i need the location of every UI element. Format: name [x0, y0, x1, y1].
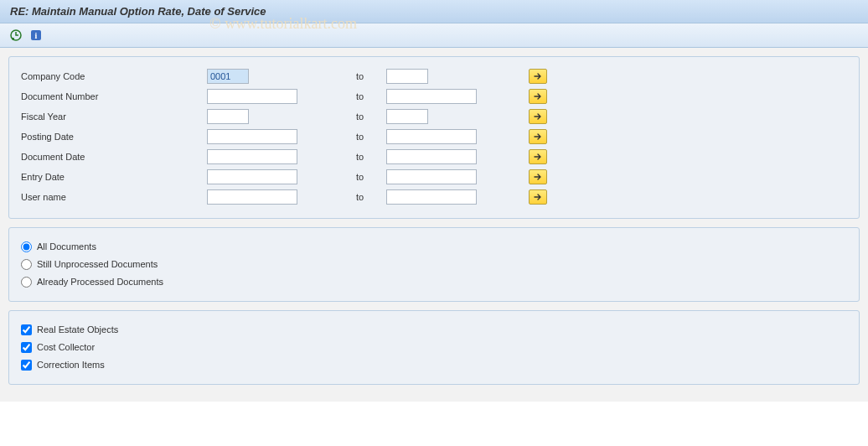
radio-row: Already Processed Documents [21, 273, 847, 290]
from-input[interactable] [207, 129, 297, 144]
checkbox-label[interactable]: Correction Items [37, 360, 105, 370]
multiple-selection-button[interactable] [529, 189, 547, 205]
radio-row: All Documents [21, 238, 847, 255]
execute-button[interactable] [7, 27, 25, 44]
toolbar: i © www.tutorialkart.com [0, 23, 868, 48]
to-label: to [356, 152, 386, 162]
selection-row: Fiscal Yearto [21, 107, 847, 126]
field-label: Document Number [21, 91, 207, 101]
object-type-checkbox[interactable] [21, 324, 32, 335]
object-type-checkbox[interactable] [21, 342, 32, 353]
to-input[interactable] [386, 129, 477, 144]
doc-filter-panel: All DocumentsStill Unprocessed Documents… [8, 227, 860, 302]
to-input[interactable] [386, 189, 477, 205]
to-label: to [356, 192, 386, 202]
check-row: Real Estate Objects [21, 321, 847, 338]
radio-row: Still Unprocessed Documents [21, 256, 847, 272]
info-button[interactable]: i [27, 27, 45, 44]
multiple-selection-button[interactable] [529, 129, 547, 144]
to-input[interactable] [386, 169, 477, 184]
info-icon: i [30, 29, 42, 41]
radio-label[interactable]: Already Processed Documents [37, 277, 163, 287]
to-input[interactable] [386, 149, 477, 164]
field-label: Posting Date [21, 132, 207, 142]
from-input[interactable] [207, 89, 297, 104]
object-types-panel: Real Estate ObjectsCost CollectorCorrect… [8, 310, 860, 385]
arrow-right-icon [534, 113, 542, 120]
from-input[interactable] [207, 109, 249, 124]
field-label: User name [21, 192, 207, 202]
from-input[interactable] [207, 149, 297, 164]
selection-row: Entry Dateto [21, 168, 847, 186]
from-input[interactable] [207, 169, 297, 184]
multiple-selection-button[interactable] [529, 149, 547, 164]
check-row: Cost Collector [21, 339, 847, 355]
to-label: to [356, 112, 386, 122]
multiple-selection-button[interactable] [529, 89, 547, 104]
to-label: to [356, 132, 386, 142]
to-label: to [356, 172, 386, 182]
check-row: Correction Items [21, 356, 847, 373]
from-input[interactable] [207, 69, 249, 84]
execute-icon [10, 29, 22, 41]
arrow-right-icon [534, 153, 542, 160]
field-label: Document Date [21, 152, 207, 162]
title-bar: RE: Maintain Manual Option Rate, Date of… [0, 0, 868, 23]
svg-text:i: i [35, 31, 38, 40]
checkbox-label[interactable]: Real Estate Objects [37, 324, 118, 334]
to-input[interactable] [386, 89, 477, 104]
arrow-right-icon [534, 194, 542, 200]
from-input[interactable] [207, 189, 297, 205]
doc-filter-radio[interactable] [21, 259, 32, 270]
arrow-right-icon [534, 93, 542, 100]
page-title: RE: Maintain Manual Option Rate, Date of… [10, 5, 266, 18]
radio-label[interactable]: Still Unprocessed Documents [37, 259, 158, 269]
multiple-selection-button[interactable] [529, 169, 547, 184]
to-label: to [356, 71, 386, 81]
selection-row: Document Numberto [21, 87, 847, 106]
to-label: to [356, 91, 386, 101]
doc-filter-radio[interactable] [21, 241, 32, 252]
content-area: Company CodetoDocument NumbertoFiscal Ye… [0, 48, 868, 402]
radio-label[interactable]: All Documents [37, 241, 96, 252]
selection-row: Company Codeto [21, 67, 847, 86]
to-input[interactable] [386, 109, 428, 124]
object-type-checkbox[interactable] [21, 360, 32, 371]
selection-row: Posting Dateto [21, 127, 847, 146]
multiple-selection-button[interactable] [529, 69, 547, 84]
field-label: Entry Date [21, 172, 207, 182]
selection-row: User nameto [21, 188, 847, 206]
arrow-right-icon [534, 73, 542, 80]
checkbox-label[interactable]: Cost Collector [37, 342, 95, 352]
selection-row: Document Dateto [21, 148, 847, 166]
doc-filter-radio[interactable] [21, 277, 32, 288]
to-input[interactable] [386, 69, 428, 84]
multiple-selection-button[interactable] [529, 109, 547, 124]
selection-panel: Company CodetoDocument NumbertoFiscal Ye… [8, 56, 860, 219]
field-label: Fiscal Year [21, 112, 207, 122]
arrow-right-icon [534, 133, 542, 140]
field-label: Company Code [21, 71, 207, 81]
arrow-right-icon [534, 174, 542, 180]
